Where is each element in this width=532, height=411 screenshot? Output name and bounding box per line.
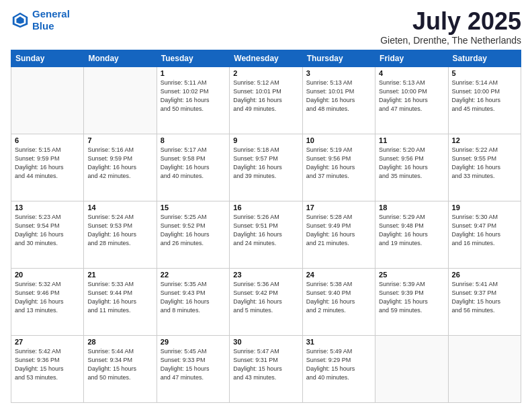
day-number: 24 [306, 271, 371, 279]
day-cell: 12Sunrise: 5:22 AMSunset: 9:55 PMDayligh… [448, 134, 521, 201]
day-number: 25 [379, 271, 444, 279]
logo-icon [11, 11, 30, 30]
cell-details: Sunrise: 5:42 AMSunset: 9:36 PMDaylight:… [15, 347, 80, 382]
day-cell: 26Sunrise: 5:41 AMSunset: 9:37 PMDayligh… [448, 268, 521, 335]
day-number: 27 [15, 338, 80, 346]
col-header-monday: Monday [84, 50, 157, 66]
day-number: 6 [15, 136, 80, 144]
day-number: 17 [306, 203, 371, 212]
day-cell: 14Sunrise: 5:24 AMSunset: 9:53 PMDayligh… [84, 201, 157, 268]
logo: General Blue [11, 8, 70, 32]
logo-text: General Blue [32, 8, 70, 32]
header: General Blue July 2025 Gieten, Drenthe, … [11, 8, 521, 46]
day-number: 29 [161, 338, 226, 346]
cell-details: Sunrise: 5:45 AMSunset: 9:33 PMDaylight:… [161, 347, 226, 382]
day-cell: 20Sunrise: 5:32 AMSunset: 9:46 PMDayligh… [11, 268, 84, 335]
location-title: Gieten, Drenthe, The Netherlands [380, 35, 521, 46]
day-number: 13 [15, 203, 80, 212]
day-number: 10 [306, 136, 371, 144]
day-number: 5 [452, 69, 517, 77]
day-cell: 31Sunrise: 5:49 AMSunset: 9:29 PMDayligh… [302, 335, 375, 402]
title-block: July 2025 Gieten, Drenthe, The Netherlan… [380, 8, 521, 46]
day-cell: 6Sunrise: 5:15 AMSunset: 9:59 PMDaylight… [11, 134, 84, 201]
cell-details: Sunrise: 5:35 AMSunset: 9:43 PMDaylight:… [161, 280, 226, 315]
cell-details: Sunrise: 5:16 AMSunset: 9:59 PMDaylight:… [87, 146, 152, 181]
day-number: 28 [87, 338, 152, 346]
col-header-sunday: Sunday [11, 50, 84, 66]
day-cell: 27Sunrise: 5:42 AMSunset: 9:36 PMDayligh… [11, 335, 84, 402]
day-number: 3 [306, 69, 371, 77]
day-cell: 15Sunrise: 5:25 AMSunset: 9:52 PMDayligh… [157, 201, 229, 268]
day-number: 22 [161, 271, 226, 279]
day-cell: 19Sunrise: 5:30 AMSunset: 9:47 PMDayligh… [448, 201, 521, 268]
day-number: 8 [161, 136, 226, 144]
day-number: 30 [233, 338, 298, 346]
day-cell: 3Sunrise: 5:13 AMSunset: 10:01 PMDayligh… [302, 66, 375, 134]
col-header-wednesday: Wednesday [230, 50, 302, 66]
day-cell: 7Sunrise: 5:16 AMSunset: 9:59 PMDaylight… [84, 134, 157, 201]
week-row-5: 27Sunrise: 5:42 AMSunset: 9:36 PMDayligh… [11, 335, 521, 402]
page: General Blue July 2025 Gieten, Drenthe, … [0, 0, 532, 411]
week-row-1: 1Sunrise: 5:11 AMSunset: 10:02 PMDayligh… [11, 66, 521, 134]
month-title: July 2025 [380, 8, 521, 35]
cell-details: Sunrise: 5:23 AMSunset: 9:54 PMDaylight:… [15, 213, 80, 248]
week-row-3: 13Sunrise: 5:23 AMSunset: 9:54 PMDayligh… [11, 201, 521, 268]
cell-details: Sunrise: 5:17 AMSunset: 9:58 PMDaylight:… [161, 146, 226, 181]
cell-details: Sunrise: 5:29 AMSunset: 9:48 PMDaylight:… [379, 213, 444, 248]
day-number: 31 [306, 338, 371, 346]
day-cell [11, 66, 84, 134]
day-cell: 17Sunrise: 5:28 AMSunset: 9:49 PMDayligh… [302, 201, 375, 268]
day-cell [448, 335, 521, 402]
day-cell: 23Sunrise: 5:36 AMSunset: 9:42 PMDayligh… [230, 268, 302, 335]
calendar-header-row: SundayMondayTuesdayWednesdayThursdayFrid… [11, 50, 521, 66]
day-cell: 21Sunrise: 5:33 AMSunset: 9:44 PMDayligh… [84, 268, 157, 335]
day-cell: 5Sunrise: 5:14 AMSunset: 10:00 PMDayligh… [448, 66, 521, 134]
cell-details: Sunrise: 5:13 AMSunset: 10:01 PMDaylight… [306, 79, 371, 113]
day-cell: 2Sunrise: 5:12 AMSunset: 10:01 PMDayligh… [230, 66, 302, 134]
col-header-friday: Friday [375, 50, 448, 66]
calendar-table: SundayMondayTuesdayWednesdayThursdayFrid… [11, 50, 521, 403]
day-number: 1 [161, 69, 226, 77]
cell-details: Sunrise: 5:32 AMSunset: 9:46 PMDaylight:… [15, 280, 80, 315]
cell-details: Sunrise: 5:36 AMSunset: 9:42 PMDaylight:… [233, 280, 298, 315]
cell-details: Sunrise: 5:26 AMSunset: 9:51 PMDaylight:… [233, 213, 298, 248]
cell-details: Sunrise: 5:25 AMSunset: 9:52 PMDaylight:… [161, 213, 226, 248]
col-header-thursday: Thursday [302, 50, 375, 66]
day-cell [375, 335, 448, 402]
day-number: 2 [233, 69, 298, 77]
day-cell: 16Sunrise: 5:26 AMSunset: 9:51 PMDayligh… [230, 201, 302, 268]
day-number: 7 [87, 136, 152, 144]
day-number: 12 [452, 136, 517, 144]
day-cell: 4Sunrise: 5:13 AMSunset: 10:00 PMDayligh… [375, 66, 448, 134]
cell-details: Sunrise: 5:22 AMSunset: 9:55 PMDaylight:… [452, 146, 517, 181]
day-number: 14 [87, 203, 152, 212]
logo-line1: General [32, 8, 70, 19]
day-number: 18 [379, 203, 444, 212]
cell-details: Sunrise: 5:24 AMSunset: 9:53 PMDaylight:… [87, 213, 152, 248]
cell-details: Sunrise: 5:39 AMSunset: 9:39 PMDaylight:… [379, 280, 444, 315]
day-cell: 10Sunrise: 5:19 AMSunset: 9:56 PMDayligh… [302, 134, 375, 201]
week-row-2: 6Sunrise: 5:15 AMSunset: 9:59 PMDaylight… [11, 134, 521, 201]
day-cell: 22Sunrise: 5:35 AMSunset: 9:43 PMDayligh… [157, 268, 229, 335]
cell-details: Sunrise: 5:30 AMSunset: 9:47 PMDaylight:… [452, 213, 517, 248]
day-number: 9 [233, 136, 298, 144]
col-header-tuesday: Tuesday [157, 50, 229, 66]
cell-details: Sunrise: 5:14 AMSunset: 10:00 PMDaylight… [452, 79, 517, 113]
day-number: 16 [233, 203, 298, 212]
day-cell: 9Sunrise: 5:18 AMSunset: 9:57 PMDaylight… [230, 134, 302, 201]
day-cell: 13Sunrise: 5:23 AMSunset: 9:54 PMDayligh… [11, 201, 84, 268]
cell-details: Sunrise: 5:15 AMSunset: 9:59 PMDaylight:… [15, 146, 80, 181]
cell-details: Sunrise: 5:18 AMSunset: 9:57 PMDaylight:… [233, 146, 298, 181]
day-number: 26 [452, 271, 517, 279]
cell-details: Sunrise: 5:19 AMSunset: 9:56 PMDaylight:… [306, 146, 371, 181]
logo-line2: Blue [32, 20, 54, 32]
day-number: 21 [87, 271, 152, 279]
day-cell: 18Sunrise: 5:29 AMSunset: 9:48 PMDayligh… [375, 201, 448, 268]
day-number: 15 [161, 203, 226, 212]
cell-details: Sunrise: 5:49 AMSunset: 9:29 PMDaylight:… [306, 347, 371, 382]
day-number: 20 [15, 271, 80, 279]
cell-details: Sunrise: 5:12 AMSunset: 10:01 PMDaylight… [233, 79, 298, 113]
cell-details: Sunrise: 5:11 AMSunset: 10:02 PMDaylight… [161, 79, 226, 113]
day-cell: 29Sunrise: 5:45 AMSunset: 9:33 PMDayligh… [157, 335, 229, 402]
cell-details: Sunrise: 5:44 AMSunset: 9:34 PMDaylight:… [87, 347, 152, 382]
